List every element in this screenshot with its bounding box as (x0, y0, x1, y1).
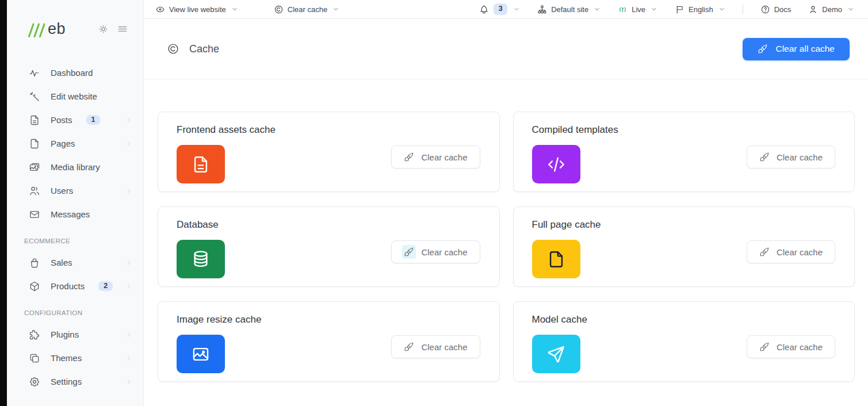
mail-icon (29, 209, 40, 220)
send-glyph (546, 344, 566, 364)
logo-text: eb (48, 20, 66, 38)
sidebar-item-sales[interactable]: Sales (7, 251, 143, 274)
card-title: Database (177, 219, 480, 231)
topbar-divider (743, 4, 743, 14)
chevron-right-icon (125, 116, 133, 124)
sidebar-item-label: Edit website (51, 91, 97, 101)
broom-icon (759, 247, 770, 257)
file-glyph (546, 250, 566, 269)
broom-icon (404, 247, 414, 257)
clear-cache-button[interactable]: Clear cache (391, 240, 480, 263)
sidebar-item-pages[interactable]: Pages (7, 132, 143, 155)
gear-icon (29, 376, 40, 388)
chevron-right-icon (125, 354, 133, 362)
card-frontend-assets-cache: Frontend assets cache Clear cache (158, 112, 500, 192)
language-menu[interactable]: English (675, 5, 725, 14)
file-icon (29, 138, 40, 150)
sidebar-item-label: Users (51, 186, 73, 196)
app-logo[interactable]: eb (28, 20, 66, 38)
clear-cache-button[interactable]: Clear cache (391, 145, 480, 168)
sidebar-item-users[interactable]: Users (7, 179, 143, 202)
circle-c-icon (167, 43, 179, 55)
clear-cache-button[interactable]: Clear cache (747, 145, 835, 168)
broom-icon (758, 44, 768, 54)
user-menu[interactable]: Demo (808, 5, 854, 14)
sidebar-item-label: Pages (51, 139, 75, 148)
clear-cache-button[interactable]: Clear cache (747, 240, 835, 263)
card-model-cache: Model cache Clear cache (513, 301, 855, 382)
section-label-ecommerce: ECOMMERCE (7, 226, 143, 251)
file-text-icon (177, 145, 225, 183)
sidebar-item-label: Dashboard (51, 68, 93, 78)
menu-icon[interactable] (117, 23, 128, 35)
page-title: Cache (189, 43, 219, 55)
clear-cache-label: Clear cache (777, 152, 823, 162)
clear-all-cache-label: Clear all cache (775, 44, 835, 54)
card-title: Compiled templates (532, 124, 836, 136)
notifications-menu[interactable]: 3 (479, 3, 520, 15)
clear-cache-menu[interactable]: Clear cache (274, 5, 339, 14)
sitemap-icon (537, 5, 547, 14)
chevron-right-icon (125, 282, 133, 290)
sidebar-item-messages[interactable]: Messages (7, 202, 143, 226)
chevron-down-icon (594, 6, 601, 13)
sidebar-item-plugins[interactable]: Plugins (7, 323, 143, 346)
clear-cache-button[interactable]: Clear cache (747, 335, 835, 358)
database-icon (177, 240, 225, 278)
file-text-glyph (191, 155, 211, 174)
sun-icon[interactable] (98, 24, 109, 35)
sidebar-item-media-library[interactable]: Media library (7, 155, 143, 179)
products-count-badge: 2 (98, 281, 113, 292)
eye-icon (155, 5, 165, 14)
clear-cache-label: Clear cache (421, 152, 467, 162)
page-header: Cache Clear all cache (144, 19, 868, 79)
sidebar-item-settings[interactable]: Settings (7, 370, 143, 393)
topbar: View live website Clear cache 3 Default … (144, 0, 868, 19)
view-live-website-menu[interactable]: View live website (155, 5, 238, 14)
sidebar-item-label: Plugins (51, 330, 79, 339)
broom-icon (759, 152, 770, 162)
copies-icon (29, 353, 40, 364)
chevron-down-icon (332, 6, 339, 13)
chevron-down-icon (231, 6, 238, 13)
sidebar-item-themes[interactable]: Themes (7, 346, 143, 370)
chevron-right-icon (125, 259, 133, 267)
photos-icon (29, 162, 40, 173)
clear-cache-label: Clear cache (421, 247, 467, 257)
chevron-down-icon (651, 6, 657, 13)
notifications-count-badge: 3 (494, 3, 507, 15)
clear-all-cache-button[interactable]: Clear all cache (743, 38, 850, 60)
box-icon (29, 281, 40, 292)
sidebar-item-label: Sales (51, 258, 72, 267)
card-title: Model cache (532, 314, 836, 325)
sidebar-item-label: Messages (51, 209, 90, 219)
sidebar: eb Dashboard Edit website Posts 1 (7, 0, 144, 406)
code-glyph (546, 155, 566, 174)
default-site-label: Default site (551, 5, 588, 14)
broom-icon (404, 342, 414, 352)
puzzle-icon (29, 329, 40, 340)
card-title: Full page cache (532, 219, 836, 231)
content-area: Frontend assets cache Clear cache Compil… (144, 79, 868, 406)
clear-cache-label: Clear cache (777, 247, 823, 257)
sidebar-item-edit-website[interactable]: Edit website (7, 85, 143, 108)
user-icon (808, 5, 818, 14)
sidebar-item-label: Media library (51, 162, 100, 172)
clear-cache-button[interactable]: Clear cache (391, 335, 480, 358)
bell-icon (479, 5, 489, 14)
sidebar-item-posts[interactable]: Posts 1 (7, 108, 143, 132)
chevron-right-icon (125, 187, 133, 195)
card-title: Image resize cache (177, 314, 480, 325)
broom-icon (404, 152, 414, 162)
card-database: Database Clear cache (158, 206, 500, 287)
broom-icon (759, 342, 770, 352)
user-label: Demo (822, 5, 842, 14)
sidebar-item-dashboard[interactable]: Dashboard (7, 61, 143, 85)
sidebar-item-products[interactable]: Products 2 (7, 274, 143, 298)
file-text-icon (29, 114, 40, 126)
flag-icon (675, 5, 685, 14)
docs-link[interactable]: Docs (760, 5, 791, 14)
photo-icon (177, 335, 225, 373)
live-status-menu[interactable]: Live (618, 5, 657, 14)
default-site-menu[interactable]: Default site (537, 5, 601, 14)
